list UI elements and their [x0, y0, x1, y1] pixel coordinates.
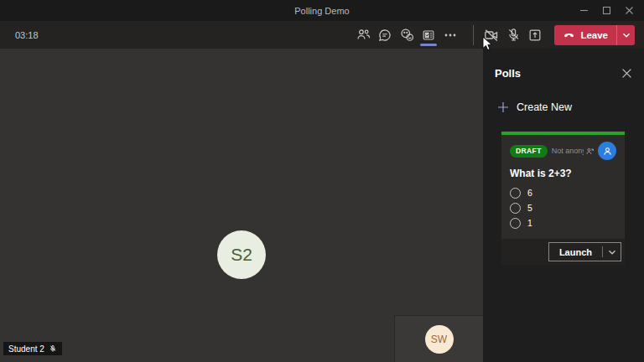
polls-panel-header: Polls [495, 65, 634, 80]
participant-name-pill: Student 2 [3, 342, 62, 355]
radio-button[interactable] [510, 218, 521, 229]
participants-button[interactable] [352, 21, 374, 49]
window-controls [573, 0, 641, 21]
poll-options: 6 5 1 [510, 185, 616, 230]
more-icon [444, 28, 457, 42]
person-share-icon [585, 147, 595, 156]
active-app-underline [420, 44, 437, 46]
leave-options-button[interactable] [617, 25, 635, 45]
status-badge: DRAFT [510, 145, 548, 158]
share-icon [527, 28, 543, 43]
people-icon [356, 27, 371, 43]
leave-button[interactable]: Leave [554, 25, 616, 45]
poll-card-footer: Launch [501, 239, 625, 265]
polls-panel: Polls Create New DRAFT Not anonymous |..… [483, 49, 644, 362]
self-avatar: SW [425, 325, 454, 354]
create-new-poll-button[interactable]: Create New [497, 101, 572, 113]
radio-button[interactable] [510, 188, 521, 199]
camera-off-icon [483, 27, 500, 44]
close-panel-button[interactable] [619, 65, 634, 80]
option-label: 6 [527, 188, 532, 198]
create-new-label: Create New [517, 101, 572, 113]
poll-option: 1 [510, 215, 616, 230]
participant-avatar: S2 [217, 230, 266, 279]
chat-icon [377, 28, 392, 43]
meeting-toolbar: 03:18 [0, 21, 644, 49]
plus-icon [497, 101, 509, 113]
meeting-stage: S2 Student 2 SW [0, 49, 483, 362]
close-button[interactable] [618, 0, 641, 21]
window-title: Polling Demo [0, 0, 644, 21]
minimize-button[interactable] [573, 0, 595, 21]
participant-initials: S2 [231, 245, 252, 265]
leave-button-group: Leave [554, 25, 635, 45]
meeting-timer: 03:18 [15, 21, 39, 49]
radio-button[interactable] [510, 203, 521, 214]
option-label: 5 [527, 203, 532, 213]
phone-icon [563, 28, 575, 41]
polls-panel-title: Polls [495, 67, 521, 80]
self-view-tile[interactable]: SW [394, 315, 483, 362]
chevron-down-icon [622, 31, 631, 39]
chat-button[interactable] [374, 21, 396, 49]
maximize-button[interactable] [595, 0, 618, 21]
toolbar-separator [473, 25, 474, 45]
poll-author-avatar [598, 142, 616, 160]
mic-off-icon [506, 27, 522, 43]
self-initials: SW [431, 334, 447, 345]
share-button[interactable] [524, 21, 546, 49]
toolbar-controls: Leave [352, 21, 635, 49]
title-bar: Polling Demo [0, 0, 644, 21]
forms-app-button[interactable] [418, 21, 439, 49]
leave-label: Leave [580, 30, 608, 40]
option-label: 1 [527, 218, 532, 228]
more-actions-button[interactable] [439, 21, 461, 49]
poll-card: DRAFT Not anonymous |... What is [501, 132, 625, 265]
mic-toggle-button[interactable] [502, 21, 524, 49]
reactions-icon [399, 27, 415, 43]
launch-button[interactable]: Launch [549, 247, 602, 257]
reactions-button[interactable] [396, 21, 418, 49]
poll-question: What is 2+3? [510, 168, 616, 179]
poll-card-header: DRAFT Not anonymous |... [510, 142, 616, 160]
forms-app-icon [421, 28, 436, 43]
poll-option: 6 [510, 185, 616, 200]
launch-button-group: Launch [548, 242, 621, 261]
camera-toggle-button[interactable] [480, 21, 502, 49]
participant-name: Student 2 [8, 344, 44, 354]
poll-option: 5 [510, 200, 616, 215]
launch-options-button[interactable] [603, 248, 621, 256]
mic-off-icon [49, 344, 57, 353]
poll-meta-text: Not anonymous |... [552, 147, 584, 155]
